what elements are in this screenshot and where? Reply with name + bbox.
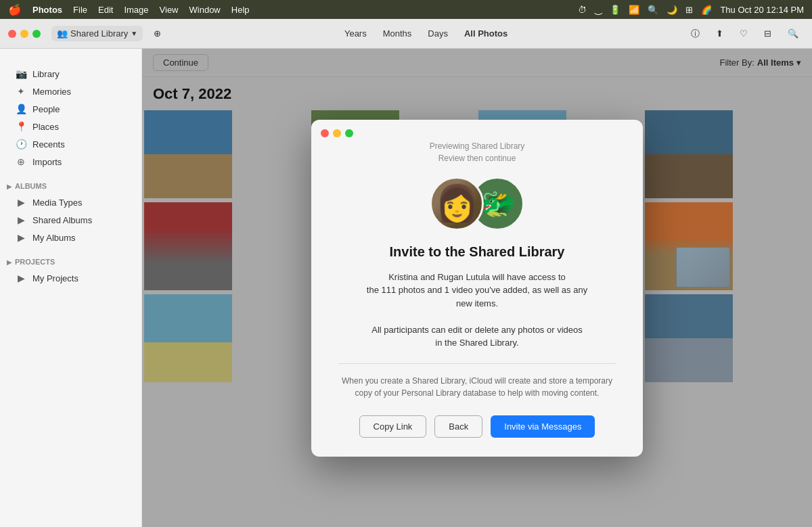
modal-body-text3: new items. <box>456 298 498 308</box>
time-icon: ⏱ <box>578 5 587 15</box>
menu-image[interactable]: Image <box>124 5 148 15</box>
modal-minimize-button[interactable] <box>333 129 341 137</box>
sidebar-label-my-projects: My Projects <box>32 273 78 283</box>
sidebar-item-media-types[interactable]: ▶ Media Types <box>4 193 137 211</box>
info-button[interactable]: ⓘ <box>685 25 705 43</box>
add-photo-button[interactable]: ⊕ <box>148 26 166 41</box>
maximize-button[interactable] <box>32 30 41 38</box>
shared-library-icon: 👥 <box>57 28 68 39</box>
battery-icon: 🔋 <box>610 5 621 15</box>
imports-icon: ⊕ <box>15 156 27 167</box>
modal-title: Invite to the Shared Library <box>390 244 565 260</box>
all-photos-view-button[interactable]: All Photos <box>460 26 512 41</box>
sidebar-section-projects: Projects <box>15 258 55 266</box>
media-types-icon: ▶ <box>15 197 27 208</box>
main-area: 📷 Library ✦ Memories 👤 People 📍 Places 🕐… <box>0 49 812 527</box>
expand-projects-icon: ▶ <box>7 258 12 266</box>
photo-area: Continue Filter By: All Items ▾ Oct 7, 2… <box>142 49 812 527</box>
wifi-icon: 📶 <box>629 5 639 15</box>
sidebar-label-media-types: Media Types <box>32 198 82 208</box>
toolbar: 👥 Shared Library ▼ ⊕ Years Months Days A… <box>0 19 812 49</box>
shared-library-button[interactable]: 👥 Shared Library ▼ <box>51 26 143 41</box>
menu-window[interactable]: Window <box>189 5 221 15</box>
sidebar-item-recents[interactable]: 🕐 Recents <box>4 135 137 153</box>
copy-link-button[interactable]: Copy Link <box>359 415 427 438</box>
sidebar-label-places: Places <box>32 122 59 132</box>
people-icon: 👤 <box>15 104 27 114</box>
siri-icon[interactable]: 🌈 <box>701 5 712 15</box>
menu-view[interactable]: View <box>160 5 179 15</box>
sidebar-label-memories: Memories <box>32 87 71 97</box>
control-center-icon[interactable]: ⊞ <box>685 5 693 15</box>
sidebar-label-shared-albums: Shared Albums <box>32 215 92 225</box>
sidebar-label-library: Library <box>32 69 60 79</box>
days-view-button[interactable]: Days <box>424 26 452 41</box>
avatar-group: 👩 🐲 <box>430 177 524 231</box>
spotlight-icon[interactable]: 🔍 <box>648 5 658 15</box>
memories-icon: ✦ <box>15 86 27 97</box>
dragon-avatar-icon: 🐲 <box>479 186 516 221</box>
expand-albums-icon: ▶ <box>7 183 12 190</box>
modal-overlay: Previewing Shared Library Review then co… <box>142 49 812 527</box>
shared-albums-icon: ▶ <box>15 214 27 225</box>
modal-traffic-lights <box>321 129 353 137</box>
sidebar-item-my-projects[interactable]: ▶ My Projects <box>4 269 137 287</box>
sidebar-section-photos <box>0 57 141 65</box>
modal-body-text1: Kristina and Rugan Lutula will have acce… <box>388 272 566 282</box>
sidebar-label-people: People <box>32 104 60 114</box>
avatar-person1: 👩 <box>430 177 484 231</box>
modal-header-title: Previewing Shared Library <box>338 141 616 151</box>
search-button[interactable]: 🔍 <box>782 26 804 41</box>
favorite-button[interactable]: ♡ <box>734 26 753 41</box>
modal-body: Kristina and Rugan Lutula will have acce… <box>367 271 587 350</box>
sidebar-item-people[interactable]: 👤 People <box>4 100 137 118</box>
share-button[interactable]: ⬆ <box>710 26 729 41</box>
sidebar-item-imports[interactable]: ⊕ Imports <box>4 153 137 170</box>
shared-library-label: Shared Library <box>70 28 128 39</box>
months-view-button[interactable]: Months <box>379 26 416 41</box>
minimize-button[interactable] <box>20 30 28 38</box>
menu-file[interactable]: File <box>73 5 87 15</box>
sidebar-item-my-albums[interactable]: ▶ My Albums <box>4 229 137 246</box>
sidebar-item-shared-albums[interactable]: ▶ Shared Albums <box>4 211 137 229</box>
sidebar-label-recents: Recents <box>32 139 65 150</box>
sidebar-item-memories[interactable]: ✦ Memories <box>4 83 137 100</box>
sidebar-item-library[interactable]: 📷 Library <box>4 65 137 83</box>
sidebar-expand-albums[interactable]: ▶ Albums <box>0 179 141 193</box>
sidebar-item-places[interactable]: 📍 Places <box>4 118 137 135</box>
app-window: 👥 Shared Library ▼ ⊕ Years Months Days A… <box>0 19 812 527</box>
modal-maximize-button[interactable] <box>345 129 353 137</box>
sidebar-expand-projects[interactable]: ▶ Projects <box>0 254 141 269</box>
bluetooth-icon: ‿ <box>595 5 602 15</box>
library-icon: 📷 <box>15 68 27 79</box>
sidebar: 📷 Library ✦ Memories 👤 People 📍 Places 🕐… <box>0 49 142 527</box>
sidebar-section-albums: Albums <box>15 182 47 190</box>
my-albums-icon: ▶ <box>15 232 27 243</box>
places-icon: 📍 <box>15 121 27 132</box>
menu-help[interactable]: Help <box>231 5 250 15</box>
invite-via-messages-button[interactable]: Invite via Messages <box>491 415 595 438</box>
chevron-down-icon: ▼ <box>131 30 137 37</box>
modal-subheader: Review then continue <box>338 154 616 163</box>
sidebar-label-my-albums: My Albums <box>32 233 76 243</box>
modal-body-text2: the 111 photos and 1 video you've added,… <box>367 285 587 295</box>
modal-close-button[interactable] <box>321 129 329 137</box>
recents-icon: 🕐 <box>15 139 27 150</box>
moon-icon: 🌙 <box>667 5 677 15</box>
sidebar-label-imports: Imports <box>32 157 62 167</box>
modal-dialog: Previewing Shared Library Review then co… <box>311 120 643 457</box>
menu-edit[interactable]: Edit <box>98 5 113 15</box>
modal-buttons: Copy Link Back Invite via Messages <box>338 415 616 438</box>
datetime: Thu Oct 20 12:14 PM <box>720 5 804 15</box>
modal-notice: When you create a Shared Library, iCloud… <box>338 363 616 399</box>
modal-body-text5: All participants can edit or delete any … <box>371 325 582 335</box>
app-name: Photos <box>32 5 62 15</box>
traffic-lights <box>8 30 41 38</box>
layout-button[interactable]: ⊟ <box>759 26 777 41</box>
years-view-button[interactable]: Years <box>340 26 371 41</box>
apple-menu[interactable]: 🍎 <box>8 3 22 16</box>
my-projects-icon: ▶ <box>15 273 27 283</box>
back-button[interactable]: Back <box>434 415 482 438</box>
modal-body-text6: in the Shared Library. <box>435 338 518 348</box>
close-button[interactable] <box>8 30 16 38</box>
